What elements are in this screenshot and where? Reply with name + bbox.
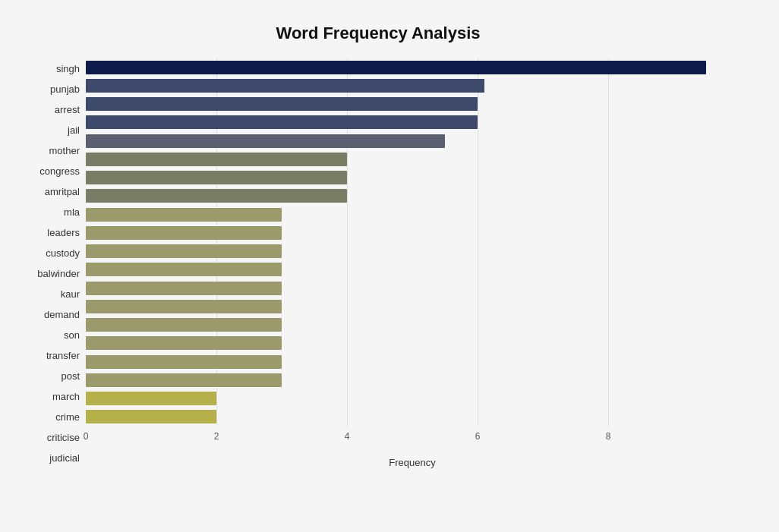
bar-post bbox=[86, 336, 282, 350]
x-axis-label: Frequency bbox=[86, 457, 739, 468]
bar-row-post bbox=[86, 335, 739, 351]
y-label-punjab: punjab bbox=[50, 79, 80, 99]
bar-row-transfer bbox=[86, 316, 739, 333]
bar-row-singh bbox=[86, 59, 739, 76]
y-label-judicial: judicial bbox=[49, 448, 80, 467]
x-tick: 8 bbox=[606, 431, 611, 442]
bar-singh bbox=[86, 61, 706, 74]
x-tick: 6 bbox=[475, 431, 481, 442]
bar-transfer bbox=[86, 318, 282, 332]
y-label-kaur: kaur bbox=[61, 284, 80, 304]
y-label-congress: congress bbox=[39, 161, 80, 181]
bar-row-custody bbox=[86, 225, 739, 241]
bar-demand bbox=[86, 282, 282, 295]
grid-line bbox=[347, 58, 348, 427]
bar-row-leaders bbox=[86, 206, 739, 223]
bar-son bbox=[86, 300, 282, 313]
bar-march bbox=[86, 355, 282, 369]
y-label-leaders: leaders bbox=[47, 222, 80, 242]
bar-row-mother bbox=[86, 133, 739, 150]
y-label-criticise: criticise bbox=[47, 427, 80, 447]
y-label-march: march bbox=[52, 386, 80, 406]
bar-row-balwinder bbox=[86, 243, 739, 260]
bar-judicial bbox=[86, 410, 216, 423]
bar-criticise bbox=[86, 392, 216, 405]
y-label-balwinder: balwinder bbox=[37, 263, 80, 283]
bar-punjab bbox=[86, 79, 484, 93]
y-label-amritpal: amritpal bbox=[45, 181, 80, 201]
bar-row-arrest bbox=[86, 96, 739, 112]
y-label-son: son bbox=[64, 325, 80, 345]
x-tick: 0 bbox=[84, 431, 89, 442]
bar-row-criticise bbox=[86, 390, 739, 407]
grid-line bbox=[608, 58, 609, 427]
chart-container: Word Frequency Analysis singhpunjabarres… bbox=[10, 8, 769, 524]
bar-arrest bbox=[86, 97, 478, 111]
y-axis: singhpunjabarrestjailmothercongressamrit… bbox=[17, 58, 86, 468]
y-label-mla: mla bbox=[64, 202, 80, 222]
x-axis: 02468 bbox=[86, 431, 739, 454]
bar-balwinder bbox=[86, 244, 282, 258]
bar-row-judicial bbox=[86, 408, 739, 425]
bar-crime bbox=[86, 373, 282, 387]
bar-amritpal bbox=[86, 171, 347, 184]
bar-leaders bbox=[86, 208, 282, 222]
y-label-arrest: arrest bbox=[55, 99, 80, 119]
bar-row-mla bbox=[86, 187, 739, 204]
y-label-mother: mother bbox=[49, 140, 80, 160]
grid-line bbox=[216, 58, 217, 427]
bar-kaur bbox=[86, 263, 282, 276]
y-label-singh: singh bbox=[56, 58, 80, 78]
chart-area: singhpunjabarrestjailmothercongressamrit… bbox=[17, 58, 739, 468]
bar-row-punjab bbox=[86, 77, 739, 94]
bar-row-demand bbox=[86, 280, 739, 297]
y-label-transfer: transfer bbox=[46, 345, 80, 365]
bar-row-crime bbox=[86, 372, 739, 389]
bar-jail bbox=[86, 115, 478, 129]
y-label-post: post bbox=[61, 366, 80, 386]
bar-custody bbox=[86, 226, 282, 240]
x-tick: 2 bbox=[214, 431, 219, 442]
bar-row-amritpal bbox=[86, 169, 739, 186]
plot-area: 02468 Frequency bbox=[86, 58, 739, 468]
bar-row-kaur bbox=[86, 261, 739, 278]
bar-mother bbox=[86, 134, 445, 148]
grid-line bbox=[478, 58, 478, 427]
bar-row-march bbox=[86, 354, 739, 370]
x-tick: 4 bbox=[345, 431, 350, 442]
y-label-demand: demand bbox=[44, 304, 80, 324]
bars-wrapper bbox=[86, 58, 739, 427]
bar-mla bbox=[86, 189, 347, 203]
y-label-custody: custody bbox=[46, 243, 80, 263]
bar-row-jail bbox=[86, 114, 739, 131]
y-label-crime: crime bbox=[55, 407, 80, 427]
y-label-jail: jail bbox=[68, 120, 80, 140]
chart-title: Word Frequency Analysis bbox=[17, 24, 739, 43]
bar-row-congress bbox=[86, 151, 739, 168]
bar-congress bbox=[86, 153, 347, 166]
bar-row-son bbox=[86, 298, 739, 315]
